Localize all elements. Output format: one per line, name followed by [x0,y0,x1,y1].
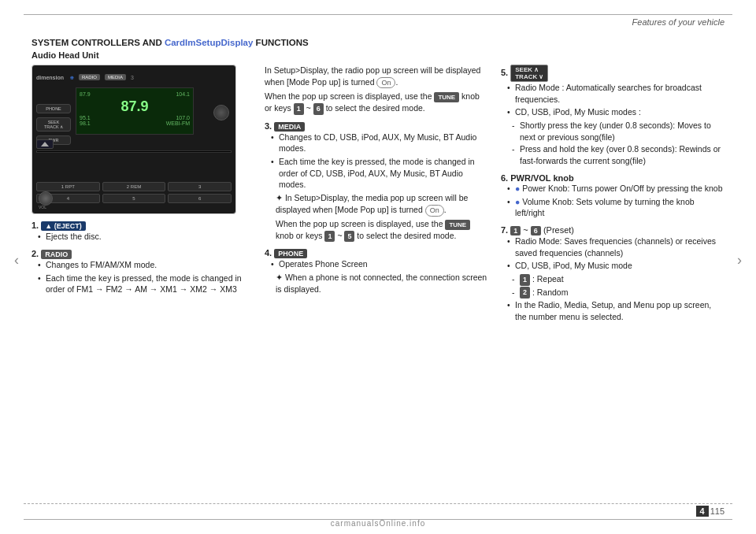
hu-preset-buttons: 1 RPT 2 REM 3 4 5 6 [36,182,232,206]
hu-preset-5[interactable]: 5 [102,194,166,203]
preset-1-badge: 1 [520,274,530,286]
item-1-bullet-1: Ejects the disc. [38,231,252,243]
dashed-separator [24,503,732,504]
item-5-header: 5. SEEK ∧TRACK ∨ [501,65,724,82]
key-1: 1 [294,103,304,115]
hu-eject-icon [41,142,49,146]
item-7-tilde: ~ [523,225,530,235]
hu-freq-list-4: 107.0 [176,115,190,121]
hu-tune-knob[interactable] [213,105,229,121]
hu-vol-label: VOL [39,205,46,210]
item-4-header: 4. PHONE [265,248,488,258]
item-2-block: 2. RADIO Changes to FM/AM/XM mode. Each … [32,249,252,295]
item-2-bullet-2: Each time the key is pressed, the mode i… [38,273,252,295]
item-1-block: 1. ▲ (EJECT) Ejects the disc. [32,221,252,243]
hu-freq-list-1: 95.1 [80,115,91,121]
hu-tab-radio: RADIO [79,74,100,80]
item-7-badge-end: 6 [531,226,541,235]
setup-note-p1: In Setup>Display, the radio pop up scree… [265,65,488,88]
item-7-block: 7. 1 ~ 6 (Preset) Radio Mode: Saves freq… [501,225,724,323]
item-2-number: 2. [32,249,41,258]
item-3-badge: MEDIA [274,122,305,132]
content-area: dimension ⎈ RADIO MEDIA 3 PHONE SEEKTRAC… [32,65,724,495]
mid-column: In Setup>Display, the radio pop up scree… [265,65,488,495]
key-5: 5 [344,231,354,243]
item-3-number: 3. [265,121,274,131]
item-6-bullet-1: ● Power Knob: Turns power On/Off by pres… [507,183,724,195]
item-6-block: 6. PWR/VOL knob ● Power Knob: Turns powe… [501,173,724,219]
item-7-label: (Preset) [543,225,574,235]
item-7-number: 7. [501,225,510,235]
hu-bluetooth-icon: ⎈ [70,74,74,81]
hu-eject-button[interactable] [36,139,54,149]
sub-title: Audio Head Unit [32,50,724,60]
margin-arrow-left: ‹ [14,252,19,269]
hu-freq-list-2: 98.1 [80,121,91,126]
item-7-header: 7. 1 ~ 6 (Preset) [501,225,724,235]
hu-preset-1[interactable]: 1 RPT [36,182,100,191]
item-7-extra-1: In the Radio, Media, Setup, and Menu pop… [507,299,724,322]
margin-arrow-right: › [737,252,742,269]
left-column: dimension ⎈ RADIO MEDIA 3 PHONE SEEKTRAC… [32,65,252,495]
hu-vol-knob[interactable] [39,191,53,206]
hu-seek-btn[interactable]: SEEKTRACK ∧ [36,117,71,132]
hu-main-freq: 87.9 [80,98,190,115]
hu-freq-small-1: 87.9 [80,91,91,97]
page-footer: 4 115 [696,506,724,517]
hu-tab-num: 3 [131,75,134,80]
hu-freq-small-2: 104.1 [176,91,190,97]
item-3-note-2: When the pop up screen is displayed, use… [265,218,488,242]
hu-top-bar: dimension ⎈ RADIO MEDIA 3 [36,69,232,85]
item-5-sub-2: Press and hold the key (over 0.8 seconds… [512,143,724,166]
tune-label-2: TUNE [445,220,470,230]
item-7-sub-2: 2 : Random [512,287,724,299]
item-5-badge: SEEK ∧TRACK ∨ [510,65,548,82]
item-5-block: 5. SEEK ∧TRACK ∨ Radio Mode : Automatica… [501,65,724,167]
key-6: 6 [313,103,324,115]
hu-freq-fm: WEBI-FM [166,121,190,126]
tune-label: TUNE [434,92,459,102]
item-7-bullet-1: Radio Mode: Saves frequencies (channels)… [507,235,724,258]
item-7-bullet-2: CD, USB, iPod, My Music mode [507,260,724,272]
item-4-note-1: ✦ When a phone is not connected, the con… [265,272,488,295]
item-7-bullets: Radio Mode: Saves frequencies (channels)… [501,235,724,272]
footer-chapter: 4 [696,506,709,517]
item-5-sub-1: Shortly press the key (under 0.8 seconds… [512,120,724,143]
item-5-number: 5. [501,68,510,77]
item-1-number: 1. [32,221,41,230]
item-4-bullet-1: Operates Phone Screen [271,258,488,270]
key-1b: 1 [324,231,335,243]
hu-preset-3[interactable]: 3 [168,182,232,191]
item-1-header: 1. ▲ (EJECT) [32,221,252,231]
hu-preset-2[interactable]: 2 REM [102,182,166,191]
on-badge-1: On [376,77,395,89]
right-column: 5. SEEK ∧TRACK ∨ Radio Mode : Automatica… [501,65,724,495]
item-2-badge: RADIO [41,250,72,259]
hu-preset-6[interactable]: 6 [168,194,232,203]
watermark: carmanualsOnline.info [331,519,426,528]
item-3-bullet-2: Each time the key is pressed, the mode i… [271,156,488,191]
item-7-extra-bullets: In the Radio, Media, Setup, and Menu pop… [501,299,724,322]
page-border-top [24,14,732,15]
item-1-bullets: Ejects the disc. [32,231,252,243]
item-3-block: 3. MEDIA Changes to CD, USB, iPod, AUX, … [265,121,488,243]
item-4-badge: PHONE [274,249,307,258]
hu-tab-media: MEDIA [105,74,126,80]
item-3-bullets: Changes to CD, USB, iPod, AUX, My Music,… [265,132,488,191]
item-5-bullet-2: CD, USB, iPod, My Music modes : [507,106,724,118]
item-5-bullets: Radio Mode : Automatically searches for … [501,82,724,118]
item-6-bullet-2: ● Volume Knob: Sets volume by turning th… [507,196,724,219]
section-title: SYSTEM CONTROLLERS AND CardImSetupDispla… [32,38,724,47]
item-4-bullets: Operates Phone Screen [265,258,488,270]
item-3-bullet-1: Changes to CD, USB, iPod, AUX, My Music,… [271,132,488,154]
item-3-header: 3. MEDIA [265,121,488,132]
hu-phone-btn[interactable]: PHONE [36,104,71,113]
setup-note-p2: When the pop up screen is displayed, use… [265,91,488,114]
item-6-bullets: ● Power Knob: Turns power On/Off by pres… [501,183,724,219]
item-4-block: 4. PHONE Operates Phone Screen ✦ When a … [265,248,488,295]
footer-page-num: 115 [710,506,724,516]
page-header: Features of your vehicle [632,17,724,27]
item-1-badge: ▲ (EJECT) [41,221,85,231]
setup-display-note: In Setup>Display, the radio pop up scree… [265,65,488,115]
item-3-note-1: ✦ In Setup>Display, the media pop up scr… [265,192,488,217]
